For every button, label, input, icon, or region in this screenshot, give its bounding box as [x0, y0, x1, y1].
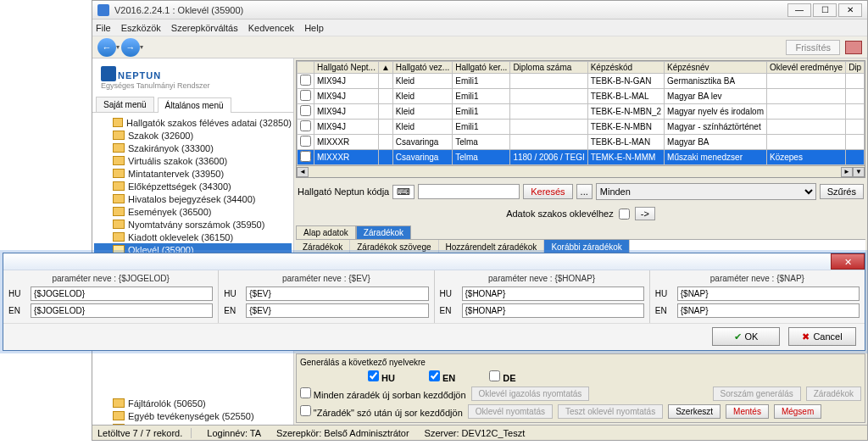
tree-node[interactable]: Egyéb tevékenységek (52550): [94, 409, 292, 422]
sub-checkbox[interactable]: [619, 209, 630, 220]
tree-node[interactable]: Kiadott oklevelek (36150): [94, 231, 292, 243]
tab-endorsements[interactable]: Záradékok: [356, 225, 411, 239]
tree-node[interactable]: Mintatantervek (33950): [94, 167, 292, 180]
table-row[interactable]: MIX94JKleidEmili1TEBK-E-N-MBNMagyar - sz…: [298, 120, 865, 135]
lang-de[interactable]: DE: [489, 370, 515, 383]
tree-node[interactable]: Fájltárolók (50650): [94, 397, 292, 409]
lang-en[interactable]: EN: [429, 370, 455, 383]
search-button[interactable]: Keresés: [523, 184, 572, 199]
lang-label: EN: [224, 306, 242, 315]
table-row[interactable]: MIX94JKleidEmili1TEBK-B-N-GANGermaniszti…: [298, 74, 865, 89]
nav-fwd-drop[interactable]: ▾: [140, 43, 143, 51]
grid-hscroll[interactable]: ◄ ► ▼: [297, 165, 865, 177]
close-button[interactable]: ✕: [838, 3, 862, 17]
param-header: paraméter neve : {$JOGELOD}: [8, 272, 213, 286]
lang-label: HU: [440, 289, 459, 298]
opt-newline[interactable]: Minden záradék új sorban kezdődjön: [300, 387, 466, 400]
tab-general-menu[interactable]: Általános menü: [158, 97, 231, 113]
lang-label: EN: [8, 306, 27, 315]
tab-own-menu[interactable]: Saját menü: [96, 97, 154, 112]
right-panel: Hallgató Nept...▲Hallgató vez...Hallgató…: [294, 58, 867, 425]
param-input-hu[interactable]: [246, 286, 428, 301]
param-input-hu[interactable]: [462, 286, 644, 301]
tabs-primary: Alap adatok Záradékok: [296, 225, 865, 239]
btn-edit[interactable]: Szerkeszt: [668, 404, 721, 419]
sub-row: Adatok szakos oklevélhez ->: [296, 207, 865, 220]
menu-role[interactable]: Szerepkörváltás: [171, 23, 238, 33]
dialog-titlebar[interactable]: ✕: [3, 253, 865, 270]
tree-node[interactable]: Szakirányok (33300): [94, 142, 292, 154]
param-input-en[interactable]: [677, 303, 860, 318]
btn-serial-gen[interactable]: Sorszám generálás: [713, 387, 801, 401]
lang-hu[interactable]: HU: [368, 370, 395, 383]
scroll-right-icon[interactable]: ►: [841, 167, 853, 177]
dialog-ok-button[interactable]: ✔OK: [712, 327, 780, 346]
param-column: paraméter neve : {$NAP} HU EN: [650, 270, 865, 323]
btn-test-print[interactable]: Teszt oklevél nyomtatás: [558, 404, 663, 419]
scroll-left-icon[interactable]: ◄: [297, 167, 309, 177]
tab-basic-data[interactable]: Alap adatok: [296, 225, 356, 239]
search-input[interactable]: [418, 184, 520, 199]
param-dialog: ✕ paraméter neve : {$JOGELOD} HU EN para…: [3, 253, 865, 351]
titlebar[interactable]: V2016.2.24.1 : Oklevél (35900) — ☐ ✕: [92, 1, 867, 19]
search-label: Hallgató Neptun kódja: [298, 186, 389, 197]
maximize-button[interactable]: ☐: [813, 3, 837, 17]
toolbar: ← ▾ → ▾ Frissítés: [92, 36, 867, 58]
kb-icon[interactable]: ⌨: [392, 185, 415, 199]
btn-cert-print[interactable]: Oklevél igazolás nyomtatás: [471, 387, 590, 401]
tree-node[interactable]: Hivatalos bejegyzések (34400): [94, 192, 292, 205]
menu-help[interactable]: Help: [304, 23, 324, 33]
param-input-en[interactable]: [31, 303, 213, 318]
param-input-en[interactable]: [246, 303, 428, 318]
dialog-cancel-button[interactable]: ✖Cancel: [788, 327, 856, 346]
tree-node[interactable]: Események (36500): [94, 205, 292, 218]
scroll-down-icon[interactable]: ▼: [853, 167, 865, 177]
sub-arrow-button[interactable]: ->: [635, 207, 655, 220]
opt-zaradek-newline[interactable]: "Záradék" szó után új sor kezdődjön: [300, 405, 463, 418]
param-input-en[interactable]: [462, 303, 644, 318]
tree-node[interactable]: Virtuális szakok (33600): [94, 154, 292, 167]
param-input-hu[interactable]: [31, 286, 213, 301]
nav-back-button[interactable]: ←: [97, 38, 116, 57]
lang-label: HU: [224, 289, 242, 298]
param-column: paraméter neve : {$EV} HU EN: [219, 270, 434, 323]
menu-fav[interactable]: Kedvencek: [248, 23, 294, 33]
param-column: paraméter neve : {$JOGELOD} HU EN: [3, 270, 219, 323]
dialog-close-button[interactable]: ✕: [831, 253, 865, 270]
minimize-button[interactable]: —: [787, 3, 811, 17]
tree-node[interactable]: Előképzettségek (34300): [94, 180, 292, 192]
btn-cancel[interactable]: Mégsem: [774, 404, 821, 419]
table-row[interactable]: MIXXXRCsavaringaTelma1180 / 2006 / TEGIT…: [298, 150, 865, 165]
main-window: V2016.2.24.1 : Oklevél (35900) — ☐ ✕ Fil…: [92, 0, 868, 441]
nav-back-drop[interactable]: ▾: [116, 43, 120, 51]
toggle-icon[interactable]: [845, 41, 862, 54]
tree-node[interactable]: Hallgatók szakos féléves adatai (32850): [94, 116, 292, 129]
btn-endorsements[interactable]: Záradékok: [806, 387, 861, 401]
menu-tools[interactable]: Eszközök: [121, 23, 161, 33]
menubar: File Eszközök Szerepkörváltás Kedvencek …: [92, 19, 867, 36]
status-role: Szerepkör: Belső Adminisztrátor: [276, 428, 409, 438]
logo: NEPTUN Egységes Tanulmányi Rendszer: [92, 58, 293, 92]
menu-file[interactable]: File: [96, 23, 111, 33]
filter-button[interactable]: Szűrés: [820, 184, 864, 199]
lang-label: EN: [440, 306, 459, 315]
btn-diploma-print[interactable]: Oklevél nyomtatás: [468, 404, 553, 419]
tree-node[interactable]: Szakok (32600): [94, 129, 292, 142]
app-icon: [97, 4, 109, 16]
table-row[interactable]: MIX94JKleidEmili1TEBK-E-N-MBN_2Magyar ny…: [298, 104, 865, 120]
refresh-button[interactable]: Frissítés: [786, 40, 840, 55]
nav-forward-button[interactable]: →: [121, 38, 140, 57]
table-row[interactable]: MIXXXRCsavaringaTelmaTEBK-B-L-MANMagyar …: [298, 135, 865, 150]
tree-node[interactable]: Nyomtatvány sorszámok (35950): [94, 218, 292, 231]
btn-save[interactable]: Mentés: [726, 404, 769, 419]
param-input-hu[interactable]: [677, 286, 860, 301]
lang-label: HU: [8, 289, 27, 298]
search-row: Hallgató Neptun kódja ⌨ Keresés ... Mind…: [296, 181, 865, 202]
table-row[interactable]: MIX94JKleidEmili1TEBK-B-L-MALMagyar BA l…: [298, 89, 865, 104]
data-grid[interactable]: Hallgató Nept...▲Hallgató vez...Hallgató…: [296, 60, 865, 178]
search-more-button[interactable]: ...: [576, 184, 593, 199]
statusbar: Letöltve 7 / 7 rekord. Loginnév: TA Szer…: [92, 425, 867, 440]
param-header: paraméter neve : {$EV}: [224, 272, 428, 286]
filter-select[interactable]: Minden: [596, 183, 816, 200]
gen-title: Generálás a következő nyelvekre: [300, 358, 861, 367]
